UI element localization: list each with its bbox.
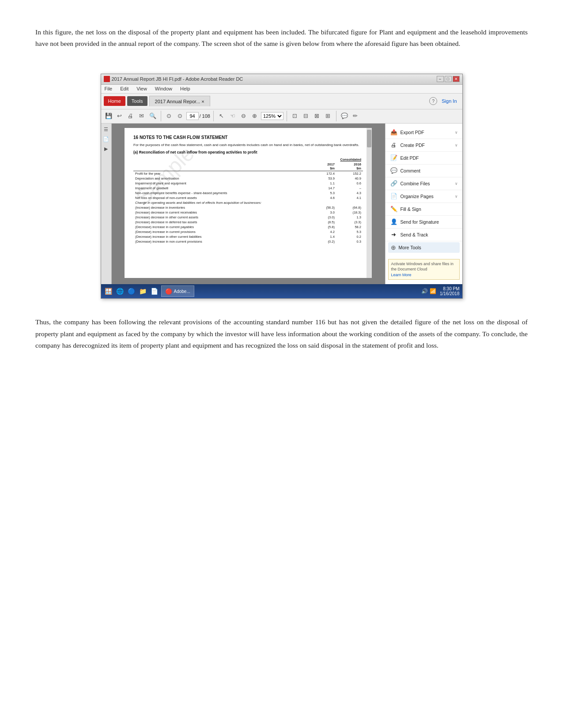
pen-icon[interactable]: ✏ [351, 111, 360, 121]
toolbar-main: Home Tools 2017 Annual Repor... × ? Sign… [101, 94, 462, 109]
full-screen-icon[interactable]: ⊠ [312, 111, 322, 121]
rp-send-for-signature-label: Send for Signature [401, 219, 439, 225]
acrobat-body: ☰ 📄 ▶ Sample 16 NOTES TO THE CASH FLOW S… [101, 124, 462, 285]
select-icon[interactable]: ↖ [217, 111, 227, 121]
rp-chevron: ∨ [455, 143, 458, 147]
rp-item-left: 📝 Edit PDF [390, 154, 419, 162]
tools-panel-icon[interactable]: ⊞ [323, 111, 333, 121]
more-tools-icon: ⊕ [391, 244, 396, 251]
rp-item-left: 🖨 Create PDF [390, 141, 425, 149]
home-button[interactable]: Home [104, 96, 125, 106]
panel-page-icon[interactable]: 📄 [102, 135, 110, 144]
date-display: 1/16/2018 [440, 291, 460, 296]
tools-button[interactable]: Tools [127, 96, 147, 106]
menu-help[interactable]: Help [178, 86, 192, 92]
minimize-button[interactable]: – [437, 76, 444, 82]
taskbar-acrobat-app[interactable]: 🔴 Adobe... [161, 285, 194, 297]
pdf-page: Sample 16 NOTES TO THE CASH FLOW STATEME… [125, 128, 372, 278]
panel-bookmark-icon[interactable]: ☰ [102, 125, 110, 134]
print-icon[interactable]: 🖨 [126, 111, 136, 121]
rp-item-left: ➜ Send & Track [390, 231, 428, 239]
pdf-subheading: (a) Reconciliation of net cash inflow fr… [133, 150, 363, 154]
table-row: (Increase) decrease in inventories(56.3)… [133, 205, 363, 210]
zoom-in-icon[interactable]: ⊕ [250, 111, 260, 121]
toolbar-navigation: 💾 ↩ 🖨 ✉ 🔍 ⊙ ⊙ / 108 ↖ ☜ ⊖ ⊕ 125% 100% 15… [101, 109, 462, 124]
network-icon: 🔊 [421, 288, 428, 295]
rp-send-&-track-icon: ➜ [390, 231, 398, 239]
consolidated-header: Consolidated [310, 157, 363, 162]
taskbar-right: 🔊 📶 8:30 PM 1/16/2018 [421, 286, 460, 296]
right-panel-item-organize-pages[interactable]: 📄 Organize Pages ∨ [385, 190, 462, 203]
hand-icon[interactable]: ☜ [228, 111, 238, 121]
scroll-thumb[interactable] [367, 130, 371, 147]
help-icon[interactable]: ? [429, 97, 437, 105]
table-row: (Increase) decrease in current receivabl… [133, 210, 363, 215]
rp-item-left: 🔗 Combine Files [390, 180, 430, 188]
rp-item-left: 📄 Organize Pages [390, 192, 434, 200]
table-row: Impairment of plant and equipment1.10.6 [133, 181, 363, 186]
sign-in-button[interactable]: Sign In [439, 98, 459, 105]
taskbar-file-icon[interactable]: 📄 [150, 286, 159, 296]
close-button[interactable]: ✕ [453, 76, 460, 82]
separator-1 [161, 111, 161, 121]
prev-page-icon[interactable]: ⊙ [164, 111, 174, 121]
table-row: Net loss on disposal of non-current asse… [133, 195, 363, 200]
document-tab[interactable]: 2017 Annual Repor... × [149, 96, 210, 106]
pdf-cash-flow-table: Consolidated 2017$m 2016$m Profit for th… [133, 157, 363, 244]
right-panel-item-combine-files[interactable]: 🔗 Combine Files ∨ [385, 177, 462, 190]
email-icon[interactable]: ✉ [137, 111, 147, 121]
table-row: (Decrease) increase in current payables(… [133, 225, 363, 229]
rp-item-left: 📤 Export PDF [390, 128, 424, 136]
conclusion-paragraph: Thus, the company has been following the… [35, 316, 528, 351]
more-tools-item[interactable]: ⊕ More Tools [388, 242, 460, 253]
pdf-intro-text: For the purposes of the cash flow statem… [133, 143, 363, 147]
right-panel-item-edit-pdf[interactable]: 📝 Edit PDF [385, 152, 462, 165]
right-panel-item-create-pdf[interactable]: 🖨 Create PDF ∨ [385, 139, 462, 152]
table-row: Non-cash employee benefits expense - sha… [133, 191, 363, 195]
start-icon[interactable]: 🪟 [104, 286, 113, 296]
right-panel-item-comment[interactable]: 💬 Comment [385, 165, 462, 177]
table-row: (Decrease) increase in non-current provi… [133, 239, 363, 244]
scroll-bar[interactable] [367, 128, 372, 278]
taskbar-folder-icon[interactable]: 📁 [138, 286, 148, 296]
rp-edit-pdf-label: Edit PDF [401, 155, 419, 161]
table-row: Profit for the year172.4152.2 [133, 171, 363, 176]
fit-page-icon[interactable]: ⊡ [290, 111, 300, 121]
right-panel-item-send-for-signature[interactable]: 👤 Send for Signature [385, 216, 462, 229]
time-display: 8:30 PM [440, 286, 460, 291]
menu-file[interactable]: File [103, 86, 114, 92]
more-tools-label: More Tools [399, 245, 421, 250]
taskbar-ie-icon[interactable]: 🌐 [115, 286, 125, 296]
separator-4 [336, 111, 336, 121]
right-panel-item-fill-&-sign[interactable]: ✏️ Fill & Sign [385, 203, 462, 216]
learn-more-link[interactable]: Learn More [391, 273, 412, 277]
pdf-view: Sample 16 NOTES TO THE CASH FLOW STATEME… [112, 124, 385, 285]
rp-chevron: ∨ [455, 130, 458, 135]
table-row: Change in operating assets and liabiliti… [133, 200, 363, 205]
menu-view[interactable]: View [135, 86, 149, 92]
next-page-icon[interactable]: ⊙ [175, 111, 185, 121]
right-panel-item-send-&-track[interactable]: ➜ Send & Track [385, 229, 462, 241]
menu-bar: File Edit View Window Help [101, 85, 462, 94]
rp-chevron: ∨ [455, 194, 458, 199]
search-icon[interactable]: 🔍 [148, 111, 158, 121]
rp-item-left: 👤 Send for Signature [390, 218, 439, 226]
maximize-button[interactable]: □ [445, 76, 452, 82]
zoom-out-icon[interactable]: ⊖ [239, 111, 249, 121]
fit-width-icon[interactable]: ⊟ [301, 111, 311, 121]
taskbar-edge-icon[interactable]: 🔵 [127, 286, 136, 296]
save-icon[interactable]: 💾 [104, 111, 113, 121]
rp-organize-pages-label: Organize Pages [401, 194, 434, 199]
right-panel-item-export-pdf[interactable]: 📤 Export PDF ∨ [385, 126, 462, 139]
comment-icon[interactable]: 💬 [340, 111, 349, 121]
title-bar-left: 2017 Annual Report JB HI FI.pdf - Adobe … [104, 76, 243, 82]
page-number-input[interactable] [186, 112, 199, 120]
window-controls[interactable]: – □ ✕ [437, 76, 460, 82]
rp-fill-&-sign-label: Fill & Sign [401, 206, 421, 212]
pdf-section-heading: 16 NOTES TO THE CASH FLOW STATEMENT [133, 135, 363, 140]
back-icon[interactable]: ↩ [115, 111, 125, 121]
menu-edit[interactable]: Edit [118, 86, 130, 92]
zoom-select[interactable]: 125% 100% 150% [261, 112, 283, 120]
menu-window[interactable]: Window [153, 86, 174, 92]
panel-arrow-icon[interactable]: ▶ [102, 145, 110, 154]
